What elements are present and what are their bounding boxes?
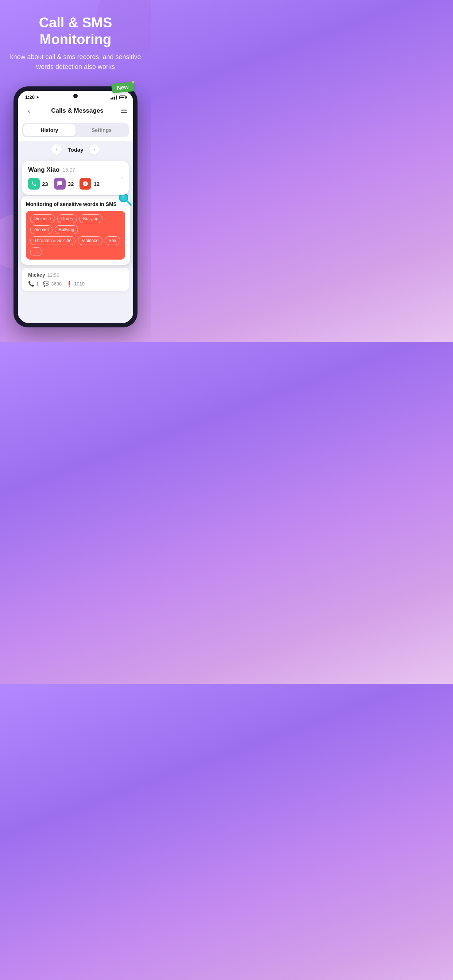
tag-threaten-suicide[interactable]: Threaten & Suicide: [30, 236, 75, 245]
contact-name-2: Mickey: [28, 272, 45, 278]
phone-frame: New 1:20 ➤: [13, 86, 137, 328]
chevron-right-icon: ›: [121, 175, 123, 181]
back-button[interactable]: ‹: [24, 106, 34, 116]
camera-notch: [73, 94, 78, 98]
tag-bullying-2[interactable]: Bullying: [55, 225, 78, 234]
tag-violence-1[interactable]: Violence: [30, 215, 55, 223]
tag-sex[interactable]: Sex: [105, 236, 120, 245]
battery-icon: [119, 95, 126, 99]
alert-stat-2: ❗ 1010: [66, 281, 85, 286]
call-stat-2: 📞 1: [28, 281, 39, 286]
contact-card-1[interactable]: Wang Xiao 15:07 23: [22, 161, 129, 195]
phone-screen: 1:20 ➤ ‹ Calls &: [18, 91, 133, 323]
alert-icon-2: ❗: [66, 281, 72, 286]
navigation-icon: ➤: [36, 95, 39, 99]
phone-icon-2: 📞: [28, 281, 34, 286]
message-count: 32: [68, 181, 74, 187]
phone-mockup-container: New 1:20 ➤: [0, 86, 151, 328]
contact-header-1: Wang Xiao 15:07: [28, 166, 123, 173]
tabs-container: History Settings: [18, 119, 133, 141]
hero-section: Call & SMS Monitoring know about call & …: [0, 0, 151, 79]
page-bottom-padding: [0, 328, 151, 342]
status-time: 1:20 ➤: [25, 94, 39, 100]
contact-card-2[interactable]: Mickey 12:56 📞 1 💬 3688 ❗ 1010: [22, 267, 129, 291]
tab-settings[interactable]: Settings: [75, 124, 128, 136]
alert-count: 12: [93, 181, 100, 187]
sensitive-words-panel: ! Monitoring of sensitive words in SMS V…: [21, 196, 130, 265]
message-stat-2: 💬 3688: [43, 281, 62, 286]
date-next-button[interactable]: ›: [89, 145, 100, 154]
tag-more[interactable]: ...: [30, 247, 42, 256]
call-count-2: 1: [36, 281, 39, 286]
call-count: 23: [42, 181, 48, 187]
status-icons: [110, 95, 126, 100]
app-header: ‹ Calls & Messages: [18, 102, 133, 119]
message-stat: 32: [54, 178, 74, 189]
alert-icon: [80, 178, 91, 189]
tab-bar: History Settings: [22, 123, 129, 137]
date-prev-button[interactable]: ‹: [51, 145, 62, 154]
new-badge: New: [111, 82, 134, 93]
tag-drugs[interactable]: Drugs: [57, 215, 77, 223]
tag-alcohol[interactable]: Alcohol: [30, 225, 53, 234]
contact-header-2: Mickey 12:56: [28, 272, 123, 278]
message-count-2: 3688: [51, 281, 62, 286]
alert-count-2: 1010: [74, 281, 85, 286]
hero-title: Call & SMS Monitoring: [9, 14, 142, 48]
date-nav: ‹ Today ›: [18, 141, 133, 158]
page-title: Calls & Messages: [51, 107, 104, 115]
bottom-spacer: [18, 294, 133, 323]
contact-name-1: Wang Xiao: [28, 166, 59, 173]
svg-line-3: [127, 201, 131, 205]
contact-time-2: 12:56: [48, 272, 59, 278]
alert-stat: 12: [80, 178, 100, 189]
sensitive-tags-container: Violence Drugs Bullying Alcohol Bullying…: [26, 211, 125, 259]
contact-stats-1: 23 32: [28, 178, 123, 189]
contact-stats-2: 📞 1 💬 3688 ❗ 1010: [28, 281, 123, 286]
tag-bullying-1[interactable]: Bullying: [79, 215, 102, 223]
hero-subtitle: know about call & sms records, and sensi…: [9, 52, 142, 72]
tag-violence-2[interactable]: Violence: [78, 236, 102, 245]
phone-icon: [28, 178, 40, 189]
contact-time-1: 15:07: [62, 167, 75, 173]
tab-history[interactable]: History: [23, 124, 75, 136]
menu-button[interactable]: [121, 109, 127, 113]
call-stat: 23: [28, 178, 48, 189]
svg-text:!: !: [122, 195, 124, 200]
signal-icon: [110, 95, 117, 100]
message-icon-2: 💬: [43, 281, 49, 286]
sensitive-panel-title: Monitoring of sensitive words in SMS: [26, 201, 125, 207]
message-icon: [54, 178, 65, 189]
date-label: Today: [67, 146, 83, 153]
